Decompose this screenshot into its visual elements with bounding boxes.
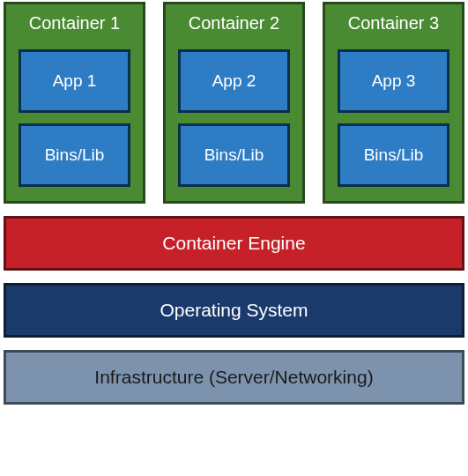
app-box: App 2 (178, 49, 290, 113)
libs-box: Bins/Lib (178, 123, 290, 187)
container-title: Container 2 (178, 10, 290, 39)
container-title: Container 3 (338, 10, 449, 39)
containers-row: Container 1 App 1 Bins/Lib Container 2 A… (4, 2, 464, 204)
libs-box: Bins/Lib (19, 123, 130, 187)
container-2: Container 2 App 2 Bins/Lib (163, 2, 305, 204)
app-box: App 1 (19, 49, 130, 113)
libs-box: Bins/Lib (338, 123, 449, 187)
container-title: Container 1 (19, 10, 130, 39)
container-architecture-diagram: Container 1 App 1 Bins/Lib Container 2 A… (0, 0, 468, 406)
app-box: App 3 (338, 49, 449, 113)
operating-system-layer: Operating System (4, 283, 464, 338)
container-3: Container 3 App 3 Bins/Lib (323, 2, 464, 204)
infrastructure-layer: Infrastructure (Server/Networking) (4, 350, 464, 405)
container-engine-layer: Container Engine (4, 216, 464, 271)
container-1: Container 1 App 1 Bins/Lib (4, 2, 145, 204)
